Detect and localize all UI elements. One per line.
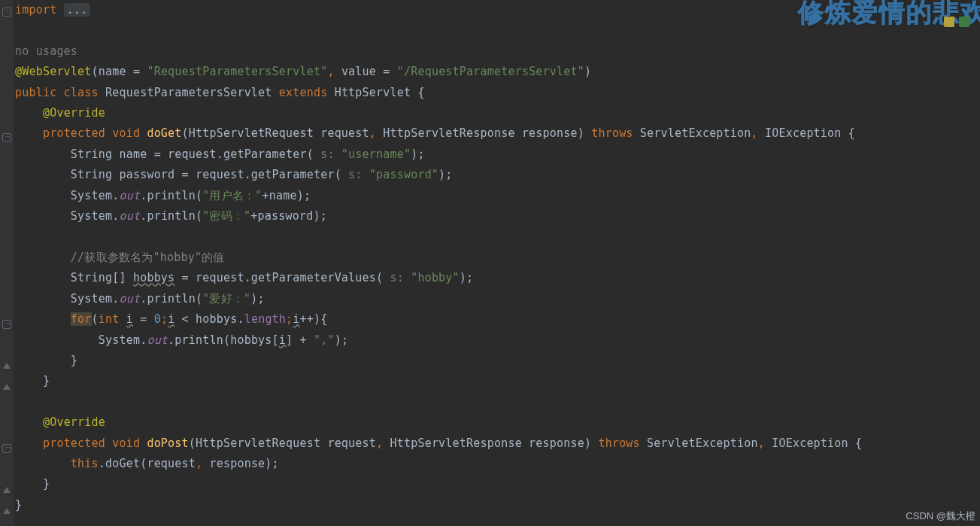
- code-editor[interactable]: 修炼爱情的悲欢 import ... no usages @WebServlet…: [14, 0, 980, 526]
- dopost-method: doPost: [147, 436, 188, 450]
- class-name: RequestParametersServlet: [105, 86, 272, 99]
- fold-end-icon[interactable]: [3, 508, 11, 514]
- code-content[interactable]: import ... no usages @WebServlet(name = …: [14, 0, 980, 515]
- param-hint: s:: [341, 168, 363, 181]
- inspection-indicators: [944, 17, 969, 27]
- fold-end-icon[interactable]: [3, 363, 11, 369]
- ok-indicator-icon[interactable]: [959, 17, 969, 27]
- comment: //获取参数名为"hobby"的值: [71, 251, 225, 264]
- var-hobbys: hobbys: [133, 271, 174, 284]
- doget-method: doGet: [147, 126, 181, 140]
- fold-end-icon[interactable]: [3, 384, 11, 390]
- param-hint: s:: [383, 271, 404, 284]
- override-annotation: @Override: [43, 106, 105, 120]
- editor-viewport: 修炼爱情的悲欢 import ... no usages @WebServlet…: [0, 0, 980, 526]
- param-hint: s:: [314, 147, 335, 161]
- usage-hint: no usages: [15, 44, 77, 58]
- csdn-attribution: CSDN @魏大橙: [906, 509, 975, 523]
- fold-end-icon[interactable]: [3, 487, 11, 493]
- webservlet-annotation: @WebServlet: [15, 65, 92, 78]
- warning-indicator-icon[interactable]: [944, 17, 954, 27]
- fold-icon[interactable]: [2, 133, 11, 142]
- fold-icon[interactable]: [2, 320, 11, 329]
- folded-block[interactable]: ...: [64, 3, 91, 17]
- override-annotation: @Override: [43, 415, 105, 429]
- gutter: [0, 0, 14, 526]
- fold-icon[interactable]: [2, 444, 11, 453]
- for-keyword: for: [71, 312, 92, 326]
- fold-icon[interactable]: [2, 8, 11, 17]
- import-keyword: import: [15, 3, 64, 17]
